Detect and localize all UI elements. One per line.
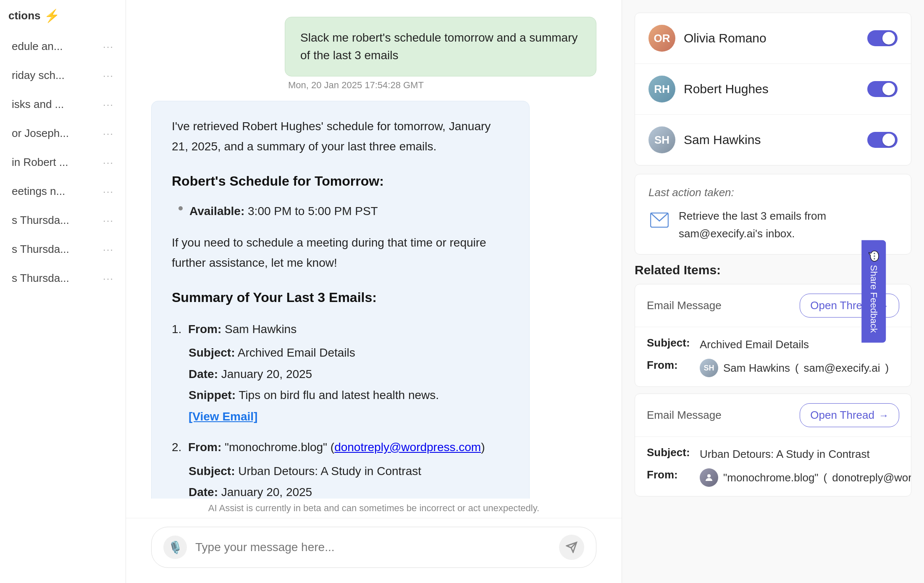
email-card-2: Email Message Open Thread → Subject: Urb… [635, 394, 911, 496]
sidebar-item-label-6: s Thursda... [12, 214, 96, 227]
sidebar-item-label-3: or Joseph... [12, 127, 96, 140]
sidebar-item-6[interactable]: s Thursda...··· [3, 206, 122, 234]
email-card-2-body: Subject: Urban Detours: A Study in Contr… [635, 437, 911, 496]
avatar-olivia: OR [648, 25, 675, 52]
subject-label-2: Subject: [647, 446, 693, 459]
user-message: Slack me robert's schedule tomorrow and … [285, 17, 596, 91]
email-1-fields: Subject: Archived Email Details Date: Ja… [172, 342, 509, 427]
open-thread-button-2[interactable]: Open Thread → [800, 403, 899, 427]
sidebar-item-8[interactable]: s Thursda...··· [3, 264, 122, 292]
arrow-icon-2: → [879, 410, 889, 421]
from-email-1: sam@execify.ai [804, 360, 880, 376]
ai-bubble: I've retrieved Robert Hughes' schedule f… [151, 101, 530, 499]
avatar-sam: SH [648, 126, 675, 153]
ai-followup: If you need to schedule a meeting during… [172, 233, 509, 273]
chat-messages: Slack me robert's schedule tomorrow and … [126, 0, 622, 499]
sidebar-item-label-4: in Robert ... [12, 156, 96, 169]
right-panel: 💬 Share Feedback OR Olivia Romano RH Rob… [622, 0, 924, 583]
emails-heading: Summary of Your Last 3 Emails: [172, 286, 509, 309]
sidebar-item-dots-7: ··· [103, 244, 114, 255]
from-label-2: From: [647, 468, 693, 481]
sidebar-item-dots-0: ··· [103, 41, 114, 53]
sidebar-item-dots-1: ··· [103, 70, 114, 81]
available-label: Available: [189, 205, 244, 218]
sidebar-header: ctions ⚡ [0, 8, 126, 32]
schedule-text: Available: 3:00 PM to 5:00 PM PST [189, 201, 378, 221]
from-name-1: Sam Hawkins [723, 360, 790, 376]
svg-point-3 [707, 474, 711, 478]
ai-disclaimer: AI Assist is currently in beta and can s… [126, 499, 622, 518]
user-message-text: Slack me robert's schedule tomorrow and … [300, 31, 578, 62]
share-feedback-icon: 💬 [868, 250, 879, 262]
sidebar-item-label-0: edule an... [12, 40, 96, 53]
sidebar-item-7[interactable]: s Thursda...··· [3, 235, 122, 263]
sidebar-item-dots-6: ··· [103, 215, 114, 226]
avatar-robert: RH [648, 76, 675, 102]
people-section: OR Olivia Romano RH Robert Hughes SH Sam… [635, 13, 911, 165]
person-row-olivia: OR Olivia Romano [635, 13, 911, 64]
sidebar-item-label-8: s Thursda... [12, 272, 96, 285]
view-email-link[interactable]: [View Email] [189, 410, 257, 423]
sidebar-item-3[interactable]: or Joseph...··· [3, 119, 122, 147]
sidebar-item-label-5: eetings n... [12, 185, 96, 198]
from-name-2: "monochrome.blog" [723, 470, 819, 486]
share-feedback-tab[interactable]: 💬 Share Feedback [861, 240, 886, 343]
from-value-2: "monochrome.blog" (donotreply@wordpress.… [700, 468, 911, 487]
open-thread-label-2: Open Thread [810, 409, 874, 422]
bullet-dot [178, 206, 183, 210]
person-row-sam: SH Sam Hawkins [635, 115, 911, 165]
chat-input-box: 🎙️ [151, 527, 596, 568]
email-summary-section: Summary of Your Last 3 Emails: 1. From: … [172, 286, 509, 499]
email-card-2-header: Email Message Open Thread → [635, 394, 911, 437]
sender-avatar-2 [700, 468, 718, 487]
email-2-num: 2. From: "monochrome.blog" (donotreply@w… [172, 437, 509, 457]
email-card-2-subject: Subject: Urban Detours: A Study in Contr… [647, 446, 899, 462]
email-card-1-type: Email Message [647, 299, 722, 312]
sidebar: ctions ⚡ edule an...···riday sch...···is… [0, 0, 126, 583]
action-text: Retrieve the last 3 emails from sam@exec… [679, 207, 898, 242]
sidebar-item-label-7: s Thursda... [12, 243, 96, 256]
share-feedback-label: Share Feedback [868, 265, 879, 333]
last-action-label: Last action taken: [648, 186, 898, 199]
sidebar-title: ctions [8, 9, 41, 22]
email-card-1-from: From: SH Sam Hawkins (sam@execify.ai) [647, 359, 899, 377]
send-button[interactable] [559, 535, 584, 560]
person-name-robert: Robert Hughes [684, 82, 859, 96]
user-bubble: Slack me robert's schedule tomorrow and … [285, 17, 596, 76]
sidebar-item-label-2: isks and ... [12, 98, 96, 111]
subject-label-1: Subject: [647, 336, 693, 349]
sidebar-item-dots-2: ··· [103, 99, 114, 110]
sidebar-item-dots-8: ··· [103, 273, 114, 284]
toggle-sam[interactable] [867, 132, 898, 148]
sidebar-item-dots-5: ··· [103, 186, 114, 197]
sidebar-item-label-1: riday sch... [12, 69, 96, 82]
ai-intro: I've retrieved Robert Hughes' schedule f… [172, 116, 509, 156]
email-card-2-type: Email Message [647, 409, 722, 422]
sidebar-item-4[interactable]: in Robert ...··· [3, 148, 122, 176]
from-label-1: From: [647, 359, 693, 372]
ai-message: I've retrieved Robert Hughes' schedule f… [151, 101, 530, 499]
email-icon [648, 209, 670, 231]
available-value: 3:00 PM to 5:00 PM PST [248, 205, 378, 218]
from-email-2: donotreply@wordpress.com [832, 470, 911, 486]
sidebar-item-1[interactable]: riday sch...··· [3, 61, 122, 89]
toggle-robert[interactable] [867, 81, 898, 97]
from-value-1: SH Sam Hawkins (sam@execify.ai) [700, 359, 889, 377]
email-entry-1: 1. From: Sam Hawkins Subject: Archived E… [172, 319, 509, 427]
person-name-sam: Sam Hawkins [684, 133, 859, 147]
schedule-available: Available: 3:00 PM to 5:00 PM PST [172, 201, 509, 221]
toggle-olivia[interactable] [867, 30, 898, 46]
blog-email-link[interactable]: donotreply@wordpress.com [334, 441, 481, 454]
subject-value-2: Urban Detours: A Study in Contrast [700, 446, 870, 462]
chat-input[interactable] [195, 541, 551, 554]
action-item: Retrieve the last 3 emails from sam@exec… [648, 207, 898, 242]
sidebar-item-0[interactable]: edule an...··· [3, 32, 122, 60]
sidebar-item-dots-3: ··· [103, 128, 114, 139]
sidebar-item-2[interactable]: isks and ...··· [3, 90, 122, 118]
schedule-heading: Robert's Schedule for Tomorrow: [172, 170, 509, 192]
mic-button[interactable]: 🎙️ [163, 536, 187, 559]
email-card-2-from: From: "monochrome.blog" (donotreply@word… [647, 468, 899, 487]
sidebar-item-dots-4: ··· [103, 157, 114, 168]
user-timestamp: Mon, 20 Jan 2025 17:54:28 GMT [285, 80, 596, 91]
sidebar-item-5[interactable]: eetings n...··· [3, 177, 122, 205]
